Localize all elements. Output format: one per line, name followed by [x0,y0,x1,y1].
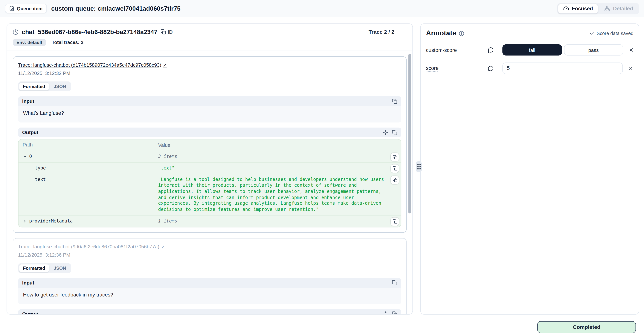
delete-score-icon[interactable] [628,66,634,71]
trace-card-2: Trace: langfuse-chatbot (9d0a6f2e6de8670… [13,238,407,315]
trace-panel-header: chat_536ed067-b86e-4eb6-882b-ba27148a234… [7,24,412,51]
tab-formatted[interactable]: Formatted [19,82,49,91]
page-title: custom-queue: cmiacwel70041ad060s7tlr75 [51,5,180,12]
copy-id-button[interactable]: ID [161,29,173,35]
tab-json[interactable]: JSON [50,82,70,91]
trace-timestamp-1: 11/12/2025, 3:12:32 PM [18,70,401,76]
view-toggle: Focused Detailed [557,3,639,14]
save-status: Score data saved [590,31,634,36]
external-link-icon: ↗ [161,244,165,250]
input-section-1: Input What's Langfuse? [18,96,401,123]
detailed-toggle-button[interactable]: Detailed [599,4,638,14]
queue-item-badge: Queue item [5,4,46,13]
copy-output-button[interactable] [392,130,398,135]
json-row-0[interactable]: 0 3 items [18,151,401,163]
focused-toggle-label: Focused [572,6,593,12]
input-text-2: How to get user feedback in my traces? [18,288,401,304]
path-column-header: Path [18,139,154,150]
external-link-icon: ↗ [163,63,167,68]
check-icon [590,31,594,36]
vertical-scrollbar[interactable] [408,54,411,213]
top-bar: Queue item custom-queue: cmiacwel70041ad… [0,0,644,17]
grip-dots-icon [417,164,420,169]
session-title: chat_536ed067-b86e-4eb6-882b-ba27148a234… [22,28,157,35]
format-tabs-2: Formatted JSON [18,263,71,273]
clipboard-pen-icon [9,6,14,11]
info-icon[interactable] [459,31,464,36]
json-row-text[interactable]: text "Langfuse is a tool designed to hel… [18,174,401,216]
panel-resize-handle[interactable] [416,161,422,172]
chevron-down-icon[interactable] [23,154,27,159]
copy-icon [161,29,166,35]
expand-rows-button[interactable] [383,311,388,314]
output-section-2: Output [18,309,401,314]
id-label: ID [168,29,172,35]
trace-link-1[interactable]: Trace: langfuse-chatbot (d174b1589072e43… [18,62,167,68]
pass-option-button[interactable]: pass [564,44,623,56]
comment-bubble-icon[interactable] [488,65,494,71]
score-value-input[interactable] [502,63,623,74]
completed-button[interactable]: Completed [537,321,636,333]
trace-link-2[interactable]: Trace: langfuse-chatbot (9d0a6f2e6de8670… [18,244,165,249]
json-row-providerMetadata[interactable]: providerMetadata 1 items [18,216,401,227]
tab-formatted[interactable]: Formatted [19,264,49,272]
annotate-title: Annotate [426,29,456,38]
output-json-table-1: Path Value 0 3 items [18,139,401,227]
score-label-custom-score: custom-score [426,47,488,53]
input-label: Input [22,98,34,104]
expand-rows-button[interactable] [383,130,388,135]
delete-score-icon[interactable] [628,47,634,53]
input-section-2: Input How to get user feedback in my tra… [18,278,401,304]
tab-json[interactable]: JSON [50,264,70,272]
chevron-right-icon[interactable] [23,219,27,223]
trace-timestamp-2: 11/12/2025, 3:12:36 PM [18,252,401,258]
trace-card-1: Trace: langfuse-chatbot (d174b1589072e43… [13,56,407,233]
fail-option-button[interactable]: fail [502,44,562,56]
input-text-1: What's Langfuse? [18,106,401,123]
copy-row-button[interactable] [391,153,399,161]
trace-panel: chat_536ed067-b86e-4eb6-882b-ba27148a234… [6,24,413,314]
score-row-custom-score: custom-score fail pass [420,44,639,56]
output-section-1: Output [18,128,401,137]
copy-row-button[interactable] [391,164,399,173]
gauge-icon [563,6,569,12]
output-label: Output [22,130,38,135]
copy-row-button[interactable] [391,176,399,184]
json-row-type[interactable]: type "text" [18,163,401,174]
queue-item-page: Queue item custom-queue: cmiacwel70041ad… [0,0,644,336]
tree-hierarchy-icon [604,6,610,12]
clock-icon [13,29,18,35]
annotate-panel: Annotate Score data saved custom-score [420,24,639,314]
queue-item-badge-label: Queue item [17,6,43,11]
input-label: Input [22,280,34,286]
focused-toggle-button[interactable]: Focused [558,4,598,14]
format-tabs-1: Formatted JSON [18,82,71,91]
comment-bubble-icon[interactable] [488,47,494,53]
trace-counter: Trace 2 / 2 [368,29,407,35]
copy-input-button[interactable] [392,99,398,104]
output-label: Output [22,311,38,314]
copy-output-button[interactable] [392,311,398,314]
score-label-score: score [426,65,488,71]
env-badge: Env: default [13,39,46,46]
trace-cards-scroll-area[interactable]: Trace: langfuse-chatbot (d174b1589072e43… [7,51,412,314]
copy-input-button[interactable] [392,280,398,286]
score-row-score: score [420,63,639,74]
detailed-toggle-label: Detailed [613,6,633,12]
total-traces-label: Total traces: 2 [52,40,84,45]
value-column-header: Value [154,139,401,151]
copy-row-button[interactable] [391,217,399,226]
